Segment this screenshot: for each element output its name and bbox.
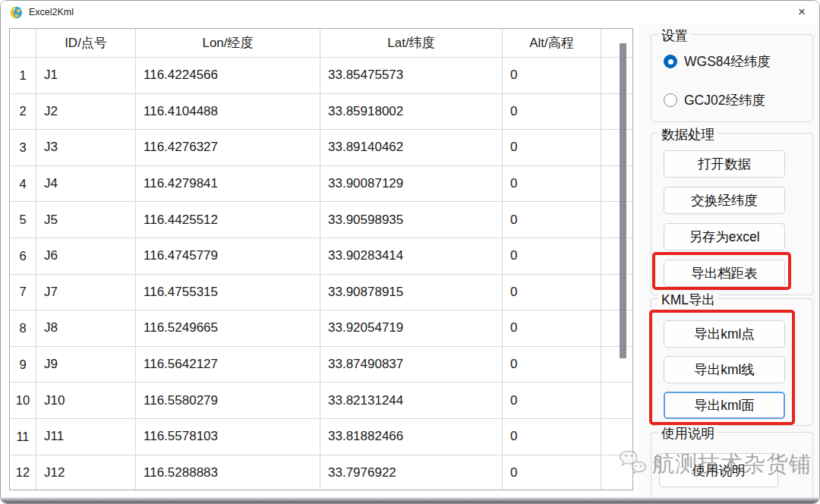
usage-button[interactable]: 使用说明: [659, 453, 778, 487]
cell-lat[interactable]: 33.82131244: [320, 383, 503, 418]
data-processing-button[interactable]: 另存为excel: [664, 223, 785, 250]
row-number: 4: [10, 166, 36, 202]
cell-alt[interactable]: 0: [503, 455, 601, 490]
cell-lat[interactable]: 33.90087129: [320, 166, 503, 202]
header-lat[interactable]: Lat/纬度: [320, 29, 503, 57]
table-row: 8 J8 116.5249665 33.92054719 0: [10, 310, 632, 347]
cell-lon[interactable]: 116.4745779: [136, 238, 320, 274]
cell-lon[interactable]: 116.4279841: [136, 166, 320, 202]
cell-alt[interactable]: 0: [503, 130, 601, 165]
row-number: 2: [10, 94, 36, 130]
table-row: 5 J5 116.4425512 33.90598935 0: [10, 202, 632, 238]
cell-lon[interactable]: 116.4276327: [136, 130, 320, 165]
cell-id[interactable]: J2: [36, 94, 136, 130]
header-id[interactable]: ID/点号: [36, 29, 136, 57]
window-title: Excel2Kml: [29, 7, 74, 17]
row-number: 12: [10, 455, 36, 490]
header-lon[interactable]: Lon/经度: [136, 29, 320, 57]
cell-alt[interactable]: 0: [503, 58, 601, 93]
row-number: 9: [10, 347, 36, 383]
cell-lat[interactable]: 33.92054719: [320, 310, 503, 346]
scrollbar-thumb[interactable]: [620, 43, 626, 358]
cell-id[interactable]: J6: [36, 238, 136, 274]
data-processing-group-title: 数据处理: [658, 125, 718, 143]
cell-alt[interactable]: 0: [503, 238, 601, 274]
cell-id[interactable]: J1: [36, 58, 136, 93]
annotation-box-export-span-table: [652, 252, 791, 290]
cell-lon[interactable]: 116.5249665: [136, 310, 320, 346]
cell-alt[interactable]: 0: [503, 275, 601, 310]
cell-lon[interactable]: 116.5642127: [136, 347, 320, 383]
table-row: 7 J7 116.4755315 33.90878915 0: [10, 275, 632, 311]
table-row: 12 J12 116.5288883 33.7976922 0: [10, 455, 632, 490]
header-alt[interactable]: Alt/高程: [503, 29, 601, 57]
cell-lon[interactable]: 116.4425512: [136, 202, 320, 238]
usage-group-title: 使用说明: [658, 424, 718, 443]
cell-lon[interactable]: 116.5580279: [136, 383, 320, 418]
cell-lat[interactable]: 33.90878915: [320, 275, 503, 310]
cell-lat[interactable]: 33.7976922: [320, 455, 503, 490]
kml-export-group-title: KML导出: [658, 291, 718, 309]
table-row: 11 J11 116.5578103 33.81882466 0: [10, 419, 632, 455]
cell-lat[interactable]: 33.90598935: [320, 202, 503, 238]
row-number: 5: [10, 202, 36, 238]
row-number: 10: [10, 383, 36, 418]
table-row: 9 J9 116.5642127 33.87490837 0: [10, 347, 632, 383]
row-number: 6: [10, 238, 36, 274]
cell-alt[interactable]: 0: [503, 383, 601, 418]
table-body: 1 J1 116.4224566 33.85475573 0 2 J2 116.…: [10, 58, 632, 490]
vertical-scrollbar[interactable]: [616, 29, 631, 490]
crs-radio-option[interactable]: WGS84经纬度: [664, 52, 771, 71]
cell-alt[interactable]: 0: [503, 347, 601, 383]
cell-lat[interactable]: 33.90283414: [320, 238, 503, 274]
cell-lat[interactable]: 33.85918002: [320, 94, 503, 130]
data-processing-button[interactable]: 交换经纬度: [664, 187, 785, 214]
cell-alt[interactable]: 0: [503, 419, 601, 455]
cell-lat[interactable]: 33.81882466: [320, 419, 503, 455]
close-button[interactable]: ×: [784, 1, 819, 24]
cell-lon[interactable]: 116.4755315: [136, 275, 320, 310]
app-window: Excel2Kml × ID/点号 Lon/经度 Lat/纬度 Alt/高程 1…: [0, 0, 820, 504]
cell-lat[interactable]: 33.89140462: [320, 130, 503, 165]
cell-id[interactable]: J10: [36, 383, 136, 418]
cell-lat[interactable]: 33.87490837: [320, 347, 503, 383]
crs-radio-group: WGS84经纬度 GCJ02经纬度: [664, 52, 771, 109]
cell-id[interactable]: J8: [36, 310, 136, 346]
cell-alt[interactable]: 0: [503, 310, 601, 346]
table-header-row: ID/点号 Lon/经度 Lat/纬度 Alt/高程: [10, 29, 632, 58]
table-row: 4 J4 116.4279841 33.90087129 0: [10, 166, 632, 203]
cell-lon[interactable]: 116.5288883: [136, 455, 320, 490]
cell-id[interactable]: J3: [36, 130, 136, 165]
crs-radio-option[interactable]: GCJ02经纬度: [664, 91, 771, 109]
cell-lon[interactable]: 116.4224566: [136, 58, 320, 93]
table-row: 3 J3 116.4276327 33.89140462 0: [10, 130, 632, 166]
cell-id[interactable]: J7: [36, 275, 136, 310]
cell-alt[interactable]: 0: [503, 94, 601, 130]
cell-id[interactable]: J11: [36, 419, 136, 455]
table-row: 10 J10 116.5580279 33.82131244 0: [10, 383, 632, 419]
cell-alt[interactable]: 0: [503, 166, 601, 202]
row-number: 7: [10, 275, 36, 310]
table-row: 2 J2 116.4104488 33.85918002 0: [10, 94, 632, 131]
radio-button-icon[interactable]: [664, 55, 677, 68]
cell-lon[interactable]: 116.5578103: [136, 419, 320, 455]
settings-group: 设置 WGS84经纬度 GCJ02经纬度: [651, 34, 813, 122]
cell-lat[interactable]: 33.85475573: [320, 58, 503, 93]
annotation-box-kml-buttons: [649, 310, 795, 425]
usage-group: 使用说明 使用说明: [651, 432, 813, 504]
cell-id[interactable]: J5: [36, 202, 136, 238]
cell-alt[interactable]: 0: [503, 202, 601, 238]
cell-id[interactable]: J9: [36, 347, 136, 383]
title-bar[interactable]: Excel2Kml ×: [1, 1, 819, 24]
data-processing-button[interactable]: 打开数据: [664, 150, 785, 178]
coordinate-table[interactable]: ID/点号 Lon/经度 Lat/纬度 Alt/高程 1 J1 116.4224…: [9, 28, 633, 490]
radio-label: WGS84经纬度: [684, 52, 771, 71]
row-number: 1: [10, 58, 36, 93]
cell-id[interactable]: J4: [36, 166, 136, 202]
header-row-number: [10, 29, 36, 57]
row-number: 11: [10, 419, 36, 455]
radio-button-icon[interactable]: [664, 93, 677, 107]
radio-label: GCJ02经纬度: [684, 91, 765, 109]
cell-lon[interactable]: 116.4104488: [136, 94, 320, 130]
cell-id[interactable]: J12: [36, 455, 136, 490]
